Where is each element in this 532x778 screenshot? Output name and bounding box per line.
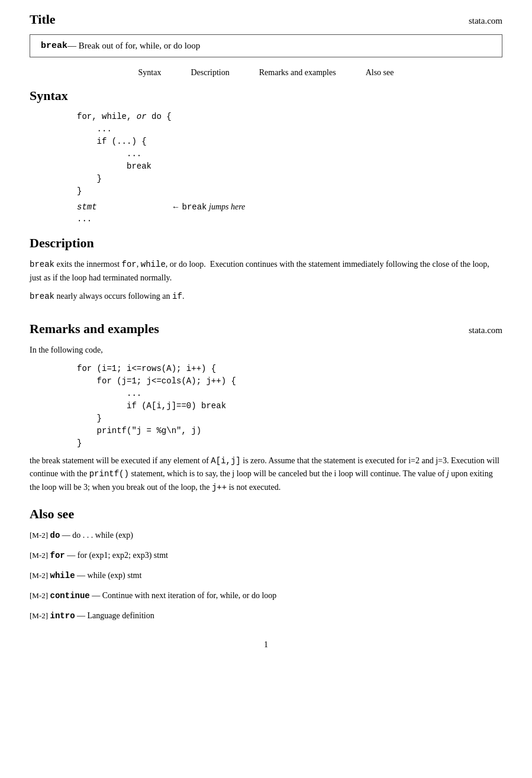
remarks-para: the break statement will be executed if … [30, 454, 502, 495]
description-para1: break exits the innermost for, while, or… [30, 258, 502, 284]
remarks-heading: Remarks and examples [30, 321, 159, 337]
remarks-stata-com: stata.com [469, 325, 502, 335]
description-section: Description break exits the innermost fo… [30, 235, 502, 304]
stmt-arrow: ← break jumps here [172, 202, 245, 212]
tab-description[interactable]: Description [191, 68, 229, 78]
tab-remarks[interactable]: Remarks and examples [259, 68, 336, 78]
description-heading: Description [30, 235, 502, 251]
also-see-heading: Also see [30, 506, 502, 522]
syntax-dots: ... [77, 214, 502, 224]
m2-tag: [M-2] [30, 571, 48, 580]
page-number: 1 [264, 640, 268, 649]
title-keyword: break [41, 41, 67, 51]
remarks-heading-row: Remarks and examples stata.com [30, 315, 502, 344]
list-item: [M-2] while — while (exp) stmt [30, 569, 502, 582]
m2-tag: [M-2] [30, 551, 48, 560]
nav-tabs: Syntax Description Remarks and examples … [30, 68, 502, 78]
page-footer: 1 [30, 640, 502, 650]
also-see-keyword[interactable]: while [50, 571, 75, 580]
break-keyword-2: break [30, 292, 54, 301]
break-keyword-1: break [30, 260, 54, 269]
remarks-section: Remarks and examples stata.com In the fo… [30, 315, 502, 495]
also-see-keyword[interactable]: do [50, 531, 60, 540]
stmt-line: stmt ← break jumps here [77, 202, 502, 212]
if-keyword: if [172, 292, 182, 301]
title-description: — Break out of for, while, or do loop [67, 41, 200, 51]
list-item: [M-2] intro — Language definition [30, 609, 502, 622]
list-item: [M-2] for — for (exp1; exp2; exp3) stmt [30, 549, 502, 562]
page-title: Title [30, 12, 56, 27]
list-item: [M-2] do — do . . . while (exp) [30, 529, 502, 542]
m2-tag: [M-2] [30, 531, 48, 540]
header-stata-com: stata.com [469, 16, 502, 26]
tab-syntax[interactable]: Syntax [138, 68, 162, 78]
stmt-label: stmt [77, 202, 112, 212]
description-para2: break nearly always occurs following an … [30, 290, 502, 304]
m2-tag: [M-2] [30, 611, 48, 620]
also-see-keyword[interactable]: intro [50, 611, 75, 621]
for-keyword: for [122, 260, 137, 269]
syntax-section: Syntax for, while, or do { ... if (...) … [30, 88, 502, 224]
also-see-section: Also see [M-2] do — do . . . while (exp)… [30, 506, 502, 622]
syntax-heading: Syntax [30, 88, 502, 104]
remarks-code: for (i=1; i<=rows(A); i++) { for (j=1; j… [77, 363, 502, 450]
page-header: Title stata.com [30, 12, 502, 27]
title-box: break — Break out of for, while, or do l… [30, 34, 502, 57]
m2-tag: [M-2] [30, 591, 48, 600]
also-see-keyword[interactable]: continue [50, 591, 90, 601]
also-see-keyword[interactable]: for [50, 551, 65, 560]
also-see-list: [M-2] do — do . . . while (exp)[M-2] for… [30, 529, 502, 622]
while-keyword: while [141, 260, 166, 269]
tab-also-see[interactable]: Also see [366, 68, 394, 78]
list-item: [M-2] continue — Continue with next iter… [30, 589, 502, 602]
syntax-code: for, while, or do { ... if (...) { ... b… [77, 111, 502, 198]
remarks-intro: In the following code, [30, 344, 502, 357]
